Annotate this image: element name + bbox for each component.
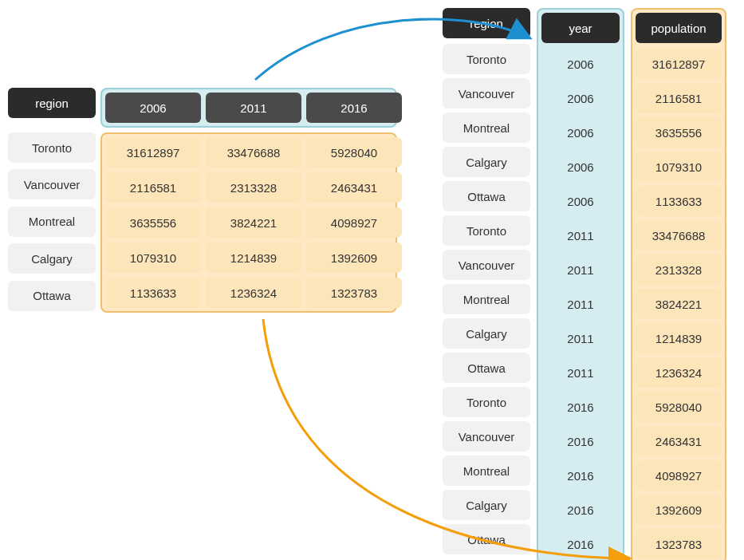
long-population-cell: 1392609 [636, 495, 722, 525]
long-region-cell: Montreal [443, 284, 530, 314]
long-region-cell: Toronto [443, 387, 530, 417]
long-year-cell: 2011 [541, 220, 620, 250]
long-region-cell: Vancouver [443, 250, 530, 280]
long-header-population: population [636, 13, 722, 43]
wide-header-region: region [8, 88, 96, 118]
long-population-cell: 2116581 [636, 83, 722, 113]
long-year-cell: 2016 [541, 426, 620, 456]
long-population-cell: 1214839 [636, 323, 722, 353]
long-header-region: region [443, 8, 530, 38]
long-region-cell: Vancouver [443, 78, 530, 108]
wide-region-cell: Vancouver [8, 169, 96, 199]
wide-value-cell: 3635556 [105, 207, 201, 238]
long-population-cell: 2463431 [636, 426, 722, 456]
long-region-cell: Toronto [443, 215, 530, 246]
long-population-cell: 2313328 [636, 254, 722, 285]
long-year-cell: 2016 [541, 460, 620, 491]
long-population-cell: 3824221 [636, 289, 722, 319]
long-population-cell: 5928040 [636, 392, 722, 422]
long-year-cell: 2016 [541, 495, 620, 525]
long-population-cell: 1133633 [636, 186, 722, 216]
wide-value-cell: 5928040 [306, 137, 402, 168]
long-region-cell: Ottawa [443, 524, 530, 554]
wide-value-cell: 1323783 [306, 278, 402, 308]
wide-header-2006: 2006 [105, 93, 201, 123]
wide-year-header-group: 2006 2011 2016 [100, 88, 397, 128]
wide-value-cell: 31612897 [105, 137, 201, 168]
wide-header-2016: 2016 [306, 93, 402, 123]
long-region-cell: Toronto [443, 44, 530, 74]
wide-value-cell: 2116581 [105, 172, 201, 203]
long-population-cell: 33476688 [636, 220, 722, 250]
wide-value-cell: 1214839 [206, 243, 301, 273]
long-year-cell: 2006 [541, 117, 620, 148]
long-region-cell: Calgary [443, 490, 530, 520]
wide-table: region 2006 2011 2016 Toronto Vancouver … [8, 88, 397, 313]
long-region-cell: Vancouver [443, 421, 530, 452]
long-table: region Toronto Vancouver Montreal Calgar… [443, 8, 726, 560]
long-population-cell: 31612897 [636, 49, 722, 79]
long-year-cell: 2011 [541, 289, 620, 319]
long-year-column: year 2006 2006 2006 2006 2006 2011 2011 … [537, 8, 624, 560]
long-region-cell: Montreal [443, 455, 530, 486]
long-population-column: population 31612897 2116581 3635556 1079… [631, 8, 726, 560]
wide-region-cell: Montreal [8, 207, 96, 237]
long-year-cell: 2006 [541, 83, 620, 113]
wide-value-cell: 2313328 [206, 172, 301, 203]
wide-region-cell: Toronto [8, 132, 96, 163]
wide-value-cell: 2463431 [306, 172, 402, 203]
long-year-cell: 2016 [541, 392, 620, 422]
long-region-cell: Ottawa [443, 181, 530, 211]
long-year-cell: 2016 [541, 529, 620, 559]
long-population-cell: 1079310 [636, 152, 722, 182]
long-year-cell: 2006 [541, 152, 620, 182]
wide-value-cell: 4098927 [306, 207, 402, 238]
wide-header-2011: 2011 [206, 93, 301, 123]
wide-value-cell: 3824221 [206, 207, 301, 238]
long-header-year: year [541, 13, 620, 43]
wide-value-cell: 33476688 [206, 137, 301, 168]
long-year-cell: 2011 [541, 254, 620, 285]
wide-region-cell: Ottawa [8, 281, 96, 311]
long-population-cell: 1236324 [636, 357, 722, 388]
long-region-cell: Montreal [443, 112, 530, 143]
long-region-cell: Calgary [443, 147, 530, 177]
long-year-cell: 2006 [541, 186, 620, 216]
long-region-cell: Calgary [443, 318, 530, 349]
long-year-cell: 2011 [541, 323, 620, 353]
long-region-column: region Toronto Vancouver Montreal Calgar… [443, 8, 530, 560]
long-year-cell: 2011 [541, 357, 620, 388]
long-year-cell: 2006 [541, 49, 620, 79]
long-population-cell: 1323783 [636, 529, 722, 559]
wide-region-cell: Calgary [8, 243, 96, 274]
long-region-cell: Ottawa [443, 353, 530, 383]
long-population-cell: 3635556 [636, 117, 722, 148]
wide-values-group: 31612897 33476688 5928040 2116581 231332… [100, 132, 397, 313]
wide-value-cell: 1133633 [105, 278, 201, 308]
long-population-cell: 4098927 [636, 460, 722, 491]
wide-value-cell: 1392609 [306, 243, 402, 273]
wide-value-cell: 1079310 [105, 243, 201, 273]
wide-value-cell: 1236324 [206, 278, 301, 308]
